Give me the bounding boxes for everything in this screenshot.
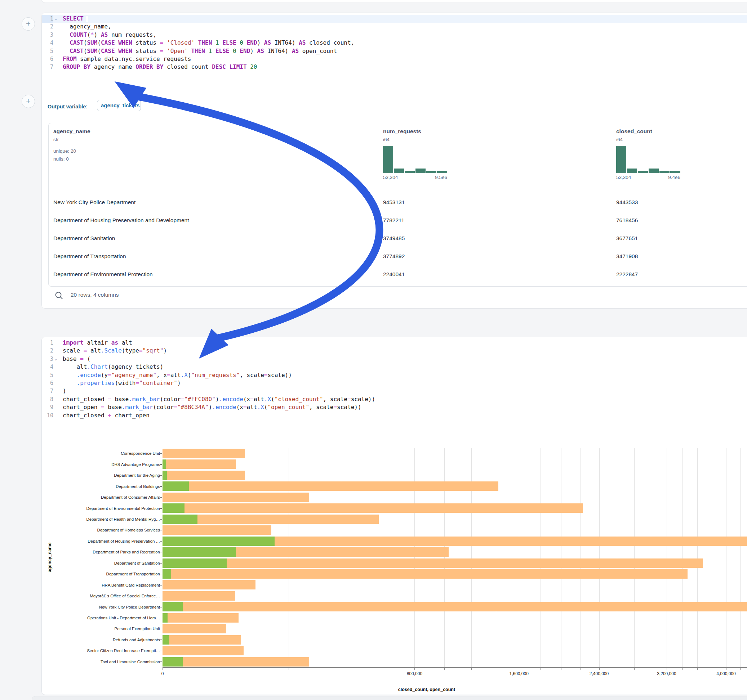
histogram-bar (405, 171, 415, 173)
sql-line-7[interactable]: 7GROUP BY agency_name ORDER BY closed_co… (42, 63, 747, 71)
chart-bar-row (163, 459, 747, 469)
histogram-bar (638, 170, 648, 173)
open-count-bar (163, 569, 171, 579)
x-axis-minor-tick (651, 668, 651, 670)
python-code-editor[interactable]: 1import altair as alt2scale = alt.Scale(… (42, 337, 747, 419)
code-text: COUNT(*) AS num_requests, (58, 31, 156, 39)
fold-chevron-icon[interactable]: ⌄ (53, 355, 58, 363)
chart-x-axis-title: closed_count, open_count (398, 687, 455, 692)
python-line-9[interactable]: 9chart_open = base.mark_bar(color="#8BC3… (42, 403, 747, 411)
y-axis-label: Department of Transportation (45, 572, 160, 576)
y-axis-label: Correspondence Unit (45, 451, 160, 456)
y-axis-tick (160, 486, 162, 487)
sql-line-1[interactable]: 1⌄SELECT (42, 15, 747, 23)
column-histogram (383, 146, 447, 173)
cell-closed-count: 7618456 (616, 217, 638, 223)
add-cell-button-top[interactable]: + (22, 17, 35, 31)
column-header-num_requests[interactable]: num_requestsi6453,3049.5e6 (383, 123, 447, 180)
line-number: 5 (42, 371, 53, 379)
y-axis-tick (160, 596, 162, 597)
python-line-2[interactable]: 2scale = alt.Scale(type="sqrt") (42, 347, 747, 355)
chart-bar-row (163, 656, 747, 667)
y-axis-label: Department for the Aging (45, 473, 160, 477)
cell-num-requests: 7782211 (383, 217, 404, 223)
x-axis-minor-tick (381, 668, 381, 670)
sql-line-6[interactable]: 6FROM sample_data.nyc.service_requests (42, 55, 747, 63)
x-axis-label: 4,000,000 (716, 671, 735, 676)
fold-spacer (53, 387, 58, 395)
x-axis-minor-tick (726, 668, 726, 670)
code-text: CAST(SUM(CASE WHEN status = 'Open' THEN … (58, 47, 337, 55)
code-text: import altair as alt (58, 339, 132, 347)
code-text: chart_open = base.mark_bar(color="#8BC34… (58, 403, 361, 411)
column-header-agency_name[interactable]: agency_namestrunique: 20nulls: 0 (53, 123, 91, 163)
chart-bar-row (163, 525, 747, 536)
x-axis-minor-tick (289, 668, 289, 670)
cell-agency-name: Department of Transportation (53, 253, 126, 259)
y-axis-tick (160, 508, 162, 509)
fold-spacer (53, 371, 58, 379)
cell-closed-count: 3677651 (616, 235, 638, 241)
cell-num-requests: 2240041 (383, 271, 405, 278)
chart-bar-row (163, 601, 747, 612)
add-cell-button-middle[interactable]: + (22, 95, 35, 108)
open-count-bar (163, 481, 189, 491)
closed-count-bar (163, 569, 688, 579)
open-count-bar (163, 537, 275, 546)
line-number: 6 (42, 55, 53, 63)
open-count-bar (163, 514, 198, 524)
x-axis-minor-tick (712, 668, 712, 670)
line-number: 7 (42, 387, 53, 395)
python-line-1[interactable]: 1import altair as alt (42, 339, 747, 347)
line-number: 4 (42, 39, 53, 47)
y-axis-tick (160, 530, 162, 531)
closed-count-bar (163, 525, 271, 535)
sql-line-3[interactable]: 3 COUNT(*) AS num_requests, (42, 31, 747, 39)
closed-count-bar (163, 481, 498, 491)
x-axis-minor-tick (414, 668, 415, 670)
fold-chevron-icon[interactable]: ⌄ (53, 15, 58, 23)
x-axis-label: 1,600,000 (509, 671, 528, 676)
line-number: 2 (42, 347, 53, 355)
histogram-bar (649, 169, 659, 173)
python-line-4[interactable]: 4 alt.Chart(agency_tickets) (42, 363, 747, 371)
column-name: closed_count (616, 128, 680, 135)
search-icon[interactable] (54, 291, 64, 302)
open-count-bar (163, 471, 167, 480)
python-line-7[interactable]: 7) (42, 387, 747, 395)
sql-line-4[interactable]: 4 CAST(SUM(CASE WHEN status = 'Closed' T… (42, 39, 747, 47)
x-axis-minor-tick (667, 668, 667, 670)
x-axis-minor-tick (740, 668, 741, 670)
sql-code-editor[interactable]: 1⌄SELECT 2 agency_name,3 COUNT(*) AS num… (42, 13, 747, 71)
sql-line-2[interactable]: 2 agency_name, (42, 23, 747, 31)
code-text: GROUP BY agency_name ORDER BY closed_cou… (58, 63, 257, 71)
closed-count-bar (163, 602, 747, 611)
python-line-6[interactable]: 6 .properties(width="container") (42, 379, 747, 387)
fold-spacer (53, 31, 58, 39)
python-line-8[interactable]: 8chart_closed = base.mark_bar(color="#FF… (42, 395, 747, 403)
column-stats: unique: 20nulls: 0 (53, 147, 91, 163)
column-name: agency_name (53, 128, 91, 135)
next-cell-top-edge (32, 696, 747, 700)
python-line-5[interactable]: 5 .encode(y="agency_name", x=alt.X("num_… (42, 371, 747, 379)
y-axis-label: Department of Buildings (45, 484, 160, 489)
line-number: 1 (42, 339, 53, 347)
histogram-range-labels: 53,3049.5e6 (383, 175, 447, 180)
table-row: Department of Sanitation37494853677651 (48, 230, 747, 248)
y-axis-tick (160, 552, 162, 553)
column-header-closed_count[interactable]: closed_counti6453,3049.4e6 (616, 123, 680, 180)
python-line-3[interactable]: 3⌄base = ( (42, 355, 747, 363)
chart-bar-row (163, 612, 747, 623)
closed-count-bar (163, 471, 245, 480)
sql-cell: 1⌄SELECT 2 agency_name,3 COUNT(*) AS num… (41, 13, 747, 309)
sql-line-5[interactable]: 5 CAST(SUM(CASE WHEN status = 'Open' THE… (42, 47, 747, 55)
text-cursor (87, 16, 87, 22)
fold-spacer (53, 55, 58, 63)
chart-bar-row (163, 623, 747, 634)
python-line-10[interactable]: 10chart_closed + chart_open (42, 412, 747, 419)
cell-closed-count: 9443533 (616, 199, 638, 206)
cell-closed-count: 2222847 (616, 271, 638, 278)
y-axis-label: Department of Sanitation (45, 561, 160, 565)
column-type: i64 (616, 137, 680, 142)
output-variable-pill[interactable]: agency_tickets (97, 100, 141, 111)
